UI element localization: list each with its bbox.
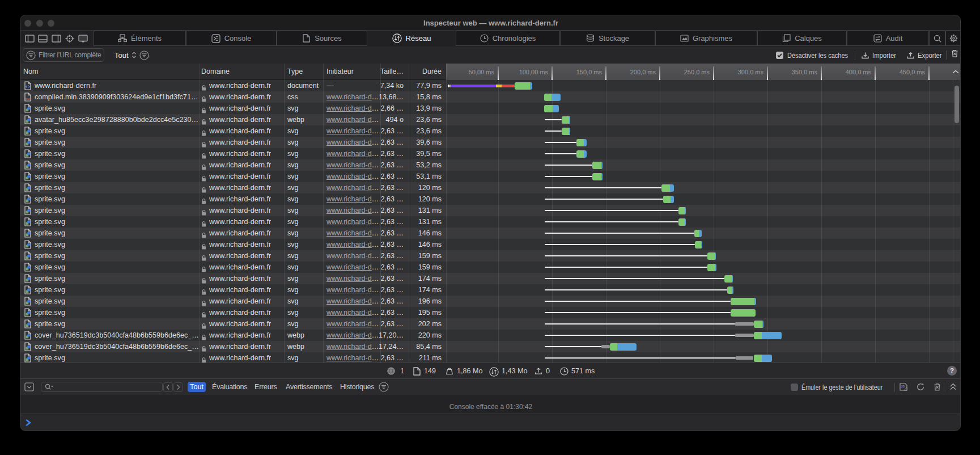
svg-text:css: css bbox=[25, 96, 31, 100]
svg-text:JS: JS bbox=[901, 385, 905, 388]
